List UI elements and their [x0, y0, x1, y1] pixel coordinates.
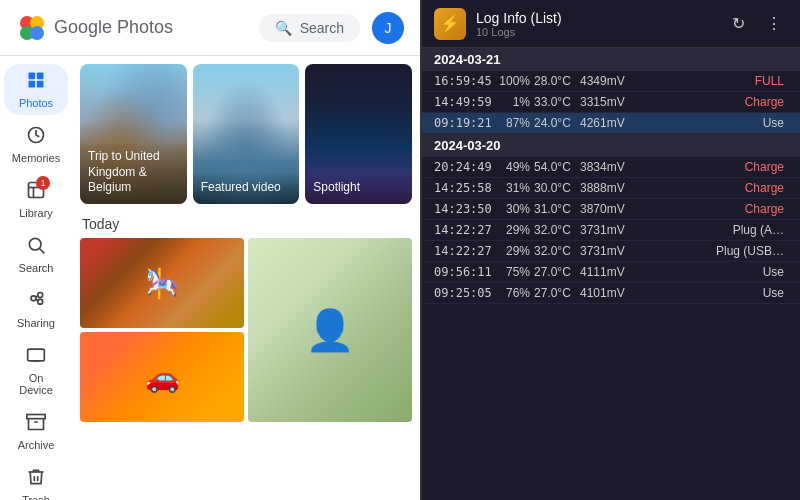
log-header: ⚡ Log Info (List) 10 Logs ↻ ⋮	[422, 0, 800, 48]
photos-content: Trip to United Kingdom & Belgium Feature…	[72, 56, 420, 500]
album-uk[interactable]: Trip to United Kingdom & Belgium	[80, 64, 187, 204]
today-section: Today	[80, 216, 412, 422]
search-bar[interactable]: 🔍 Search	[259, 14, 360, 42]
sidebar-archive-label: Archive	[18, 439, 55, 451]
sidebar-ondevice-label: On Device	[12, 372, 60, 396]
sidebar-trash-label: Trash	[22, 494, 50, 500]
photo-playground1[interactable]	[80, 238, 244, 328]
sidebar-library-label: Library	[19, 207, 53, 219]
log-row[interactable]: 14:23:50 30% 31.0°C 3870mV Charge	[422, 199, 800, 220]
photo-toy-car[interactable]	[80, 332, 244, 422]
photos-icon	[26, 70, 46, 95]
log-status: Charge	[628, 202, 788, 216]
svg-point-3	[30, 26, 44, 40]
svg-rect-21	[27, 415, 45, 419]
log-panel: ⚡ Log Info (List) 10 Logs ↻ ⋮ 2024-03-21…	[420, 0, 800, 500]
svg-rect-5	[37, 73, 44, 80]
svg-rect-7	[37, 81, 44, 88]
sidebar-item-library[interactable]: 1 Library	[4, 174, 68, 225]
sidebar-search-label: Search	[19, 262, 54, 274]
log-title: Log Info (List)	[476, 10, 714, 26]
sharing-icon	[26, 290, 46, 315]
photo-portrait[interactable]	[248, 238, 412, 422]
log-status: Plug (A…	[628, 223, 788, 237]
sidebar-item-memories[interactable]: Memories	[4, 119, 68, 170]
album-featured-overlay: Featured video	[193, 172, 300, 204]
trash-icon	[26, 467, 46, 492]
sidebar-item-archive[interactable]: Archive	[4, 406, 68, 457]
album-uk-title: Trip to United Kingdom & Belgium	[88, 149, 179, 196]
svg-point-12	[29, 238, 41, 250]
library-badge: 1	[36, 176, 50, 190]
svg-rect-6	[29, 81, 36, 88]
archive-icon	[26, 412, 46, 437]
album-spotlight-title: Spotlight	[313, 180, 404, 196]
today-label: Today	[80, 216, 412, 232]
album-featured-title: Featured video	[201, 180, 292, 196]
svg-line-13	[40, 249, 45, 254]
log-status: Charge	[628, 181, 788, 195]
app-name: Google Photos	[54, 17, 173, 38]
log-title-group: Log Info (List) 10 Logs	[476, 10, 714, 38]
svg-line-18	[36, 300, 39, 301]
sidebar-memories-label: Memories	[12, 152, 60, 164]
sidebar-sharing-label: Sharing	[17, 317, 55, 329]
sidebar-photos-label: Photos	[19, 97, 53, 109]
log-date-2024-03-20: 2024-03-20	[422, 134, 800, 157]
search-icon-sidebar	[26, 235, 46, 260]
log-status: Plug (USB…	[628, 244, 788, 258]
search-label: Search	[300, 20, 344, 36]
log-status: Use	[628, 286, 788, 300]
photos-panel: Google Photos 🔍 Search J Photos Memo	[0, 0, 420, 500]
log-app-icon: ⚡	[434, 8, 466, 40]
photos-header: Google Photos 🔍 Search J	[0, 0, 420, 56]
log-content[interactable]: 2024-03-21 16:59:45 100% 28.0°C 4349mV F…	[422, 48, 800, 500]
more-options-button[interactable]: ⋮	[760, 10, 788, 38]
log-row[interactable]: 14:22:27 29% 32.0°C 3731mV Plug (USB…	[422, 241, 800, 262]
ondevice-icon	[26, 345, 46, 370]
album-featured[interactable]: Featured video	[193, 64, 300, 204]
photos-grid	[80, 238, 412, 422]
library-icon: 1	[26, 180, 46, 205]
sidebar-item-ondevice[interactable]: On Device	[4, 339, 68, 402]
svg-rect-4	[29, 73, 36, 80]
log-row[interactable]: 16:59:45 100% 28.0°C 4349mV FULL	[422, 71, 800, 92]
log-status: Charge	[628, 95, 788, 109]
log-status: Use	[628, 265, 788, 279]
svg-rect-19	[28, 349, 45, 361]
log-subtitle: 10 Logs	[476, 26, 714, 38]
logo-icon	[16, 12, 48, 44]
log-status: Charge	[628, 160, 788, 174]
memories-icon	[26, 125, 46, 150]
search-icon: 🔍	[275, 20, 292, 36]
album-uk-overlay: Trip to United Kingdom & Belgium	[80, 141, 187, 204]
log-row[interactable]: 09:56:11 75% 27.0°C 4111mV Use	[422, 262, 800, 283]
sidebar-item-photos[interactable]: Photos	[4, 64, 68, 115]
album-spotlight[interactable]: Spotlight	[305, 64, 412, 204]
log-row[interactable]: 20:24:49 49% 54.0°C 3834mV Charge	[422, 157, 800, 178]
log-status: FULL	[628, 74, 788, 88]
svg-point-14	[31, 296, 36, 301]
log-row-highlighted[interactable]: 09:19:21 87% 24.0°C 4261mV Use	[422, 113, 800, 134]
refresh-button[interactable]: ↻	[724, 10, 752, 38]
sidebar-item-search[interactable]: Search	[4, 229, 68, 280]
log-row[interactable]: 09:25:05 76% 27.0°C 4101mV Use	[422, 283, 800, 304]
log-row[interactable]: 14:25:58 31% 30.0°C 3888mV Charge	[422, 178, 800, 199]
app-logo: Google Photos	[16, 12, 173, 44]
albums-row: Trip to United Kingdom & Belgium Feature…	[80, 64, 412, 204]
sidebar-item-trash[interactable]: Trash	[4, 461, 68, 500]
svg-line-17	[36, 296, 39, 297]
user-avatar[interactable]: J	[372, 12, 404, 44]
sidebar-item-sharing[interactable]: Sharing	[4, 284, 68, 335]
album-spotlight-overlay: Spotlight	[305, 172, 412, 204]
photos-sidebar: Photos Memories 1 Library Search	[0, 56, 72, 500]
log-row[interactable]: 14:49:59 1% 33.0°C 3315mV Charge	[422, 92, 800, 113]
log-header-actions: ↻ ⋮	[724, 10, 788, 38]
log-row[interactable]: 14:22:27 29% 32.0°C 3731mV Plug (A…	[422, 220, 800, 241]
photos-main: Photos Memories 1 Library Search	[0, 56, 420, 500]
log-status: Use	[628, 116, 788, 130]
log-date-2024-03-21: 2024-03-21	[422, 48, 800, 71]
